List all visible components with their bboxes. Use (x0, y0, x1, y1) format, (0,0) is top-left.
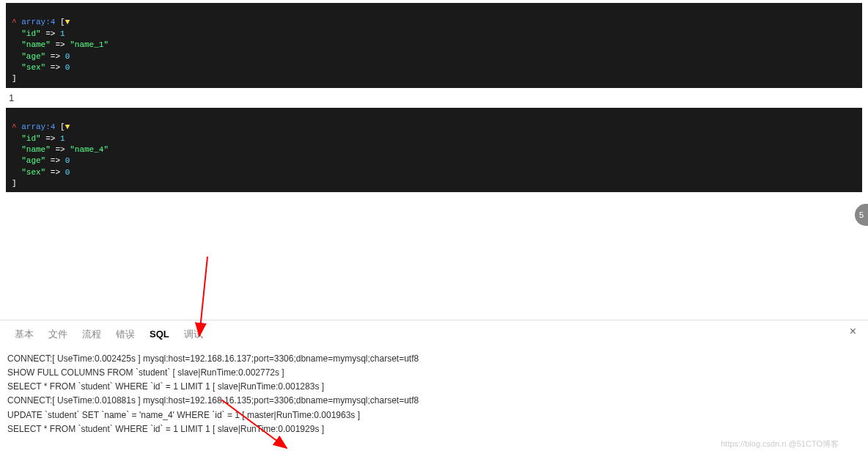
val-id: 1 (60, 134, 65, 143)
val-id: 1 (60, 29, 65, 38)
array-label: array:4 (17, 18, 56, 26)
arrow-op: => (45, 156, 65, 165)
side-badge[interactable]: 5 (855, 204, 868, 226)
debug-tabs: 基本 文件 流程 错误 SQL 调试 × (0, 320, 868, 349)
val-name: "name_4" (70, 145, 108, 154)
bracket-close: ] (12, 74, 17, 83)
tab-flow[interactable]: 流程 (75, 325, 108, 344)
bracket-open: [ (55, 122, 65, 131)
key-sex: "sex" (12, 168, 45, 177)
key-sex: "sex" (12, 63, 45, 72)
sql-log-line: SELECT * FROM `student` WHERE `id` = 1 L… (7, 380, 861, 394)
val-name: "name_1" (70, 40, 108, 49)
val-sex: 0 (65, 63, 70, 72)
tab-sql[interactable]: SQL (142, 326, 177, 342)
sql-log-lines: CONNECT:[ UseTime:0.002425s ] mysql:host… (0, 349, 868, 451)
tab-file[interactable]: 文件 (41, 325, 75, 344)
arrow-op: => (45, 168, 65, 177)
arrow-op: => (45, 63, 65, 72)
tab-basic[interactable]: 基本 (7, 325, 41, 344)
dropdown-arrow-icon[interactable]: ▼ (65, 122, 70, 131)
key-age: "age" (12, 156, 45, 165)
key-id: "id" (12, 29, 41, 38)
val-age: 0 (65, 52, 70, 61)
bracket-close: ] (12, 179, 17, 188)
key-name: "name" (12, 40, 51, 49)
debug-panel: 基本 文件 流程 错误 SQL 调试 × CONNECT:[ UseTime:0… (0, 320, 868, 451)
array-label: array:4 (17, 122, 56, 131)
arrow-op: => (45, 52, 65, 61)
val-sex: 0 (65, 168, 70, 177)
tab-error[interactable]: 错误 (108, 325, 142, 344)
sql-log-line: CONNECT:[ UseTime:0.002425s ] mysql:host… (7, 352, 861, 366)
debug-output-block-2: ^ array:4 [▼ "id" => 1 "name" => "name_4… (6, 108, 862, 193)
arrow-op: => (41, 134, 60, 143)
arrow-op: => (41, 29, 60, 38)
caret-symbol: ^ (12, 122, 17, 131)
sql-log-line: CONNECT:[ UseTime:0.010881s ] mysql:host… (7, 394, 861, 408)
dropdown-arrow-icon[interactable]: ▼ (65, 18, 70, 26)
arrow-op: => (51, 145, 70, 154)
sql-log-line: UPDATE `student` SET `name` = 'name_4' W… (7, 408, 861, 422)
key-name: "name" (12, 145, 51, 154)
key-age: "age" (12, 52, 45, 61)
tab-debug[interactable]: 调试 (177, 325, 210, 344)
val-age: 0 (65, 156, 70, 165)
arrow-op: => (51, 40, 70, 49)
bracket-open: [ (55, 18, 65, 26)
between-output: 1 (9, 92, 859, 103)
close-icon[interactable]: × (850, 325, 856, 338)
debug-output-block-1: ^ array:4 [▼ "id" => 1 "name" => "name_1… (6, 3, 862, 88)
watermark-text: https://blog.csdn.n @51CTO博客 (721, 439, 839, 450)
caret-symbol: ^ (12, 18, 17, 26)
sql-log-line: SELECT * FROM `student` WHERE `id` = 1 L… (7, 422, 861, 436)
key-id: "id" (12, 134, 41, 143)
sql-log-line: SHOW FULL COLUMNS FROM `student` [ slave… (7, 366, 861, 380)
